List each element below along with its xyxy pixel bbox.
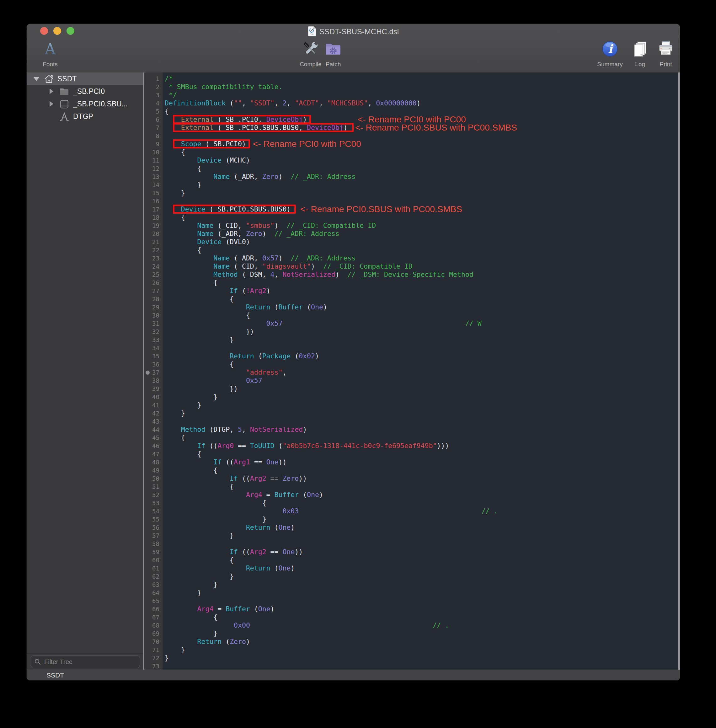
line-number: 63 [144,581,162,588]
code-line: { [165,246,678,254]
fonts-toolbar-button[interactable]: A Fonts [33,38,67,71]
line-number: 15 [144,189,162,197]
line-number: 21 [144,238,162,246]
code-line: Method (DTGP, 5, NotSerialized) [165,426,678,434]
line-number: 7 [144,124,162,132]
code-line: } [165,646,678,654]
line-number: 53 [144,499,162,507]
line-number: 35 [144,352,162,360]
line-number: 27 [144,287,162,295]
code-line: { [165,466,678,475]
print-toolbar-button[interactable]: Print [649,38,680,71]
code-area[interactable]: /* * SMBus compatibility table. */Defini… [162,73,678,670]
line-number: 13 [144,173,162,181]
code-line: { [165,360,678,369]
scrollbar-track[interactable] [678,73,680,670]
content-area: SSDT _SB.PCI0 [27,73,680,670]
sidebar-item-sb-pci0-sbus[interactable]: _SB.PCI0.SBU... [27,98,143,110]
code-line: { [165,164,678,173]
svg-text:A: A [44,41,56,57]
sidebar-item-ssdt[interactable]: SSDT [27,73,143,85]
line-number: 29 [144,303,162,311]
line-number: 19 [144,221,162,230]
code-line: If ((Arg1 == One)) [165,458,678,466]
line-number: 67 [144,613,162,621]
window-title-group: DSL SSDT-SBUS-MCHC.dsl [27,26,680,37]
line-number: 26 [144,279,162,287]
code-line: Scope (_SB.PCI0) [165,140,678,148]
disclosure-triangle-icon[interactable] [50,88,53,94]
code-line: { [165,311,678,320]
code-line: Return (Package (0x02) [165,352,678,360]
tree-item-label: _SB.PCI0 [73,85,105,98]
code-line [165,344,678,352]
line-number: 11 [144,156,162,164]
code-line: Device (DVL0) [165,238,678,246]
code-line: 0x57 // W [165,320,678,328]
filter-tree-field[interactable] [31,655,140,668]
sidebar-item-dtgp[interactable]: DTGP [27,110,143,123]
line-number: 24 [144,262,162,270]
code-line: } [165,572,678,581]
code-line: Device (_SB.PCI0.SBUS.BUS0) [165,205,678,213]
line-number-gutter: 1234567891011121314151617181920212223242… [144,73,162,670]
code-line: } [165,189,678,197]
code-line: 0x03 // . [165,507,678,515]
status-bar: SSDT [27,670,680,680]
line-number: 2 [144,83,162,91]
code-line: Name (_CID, "diagsvault") // _CID: Compa… [165,262,678,270]
line-number: 69 [144,629,162,638]
line-number: 31 [144,320,162,328]
patch-folder-gear-icon [325,38,342,60]
maciasl-window: DSL SSDT-SBUS-MCHC.dsl A Fonts [27,24,680,680]
line-number: 28 [144,295,162,303]
code-line: Name (_ADR, Zero) // _ADR: Address [165,230,678,238]
line-number: 73 [144,662,162,670]
patch-toolbar-button[interactable]: Patch [316,38,350,71]
window-title: SSDT-SBUS-MCHC.dsl [319,27,399,36]
document-proxy-icon[interactable]: DSL [308,26,316,38]
line-number: 22 [144,246,162,254]
code-line: Device (MCHC) [165,156,678,164]
line-number: 6 [144,115,162,124]
line-number: 23 [144,254,162,262]
tree-item-label: _SB.PCI0.SBU... [73,98,128,110]
code-line [165,597,678,605]
line-number: 61 [144,564,162,572]
code-line: { [165,213,678,221]
log-label: Log [635,61,645,68]
summary-toolbar-button[interactable]: i Summary [593,38,627,71]
line-number: 41 [144,401,162,409]
line-number: 59 [144,548,162,556]
line-number: 46 [144,442,162,450]
code-line: Return (Zero) [165,638,678,646]
sidebar-tree-panel: SSDT _SB.PCI0 [27,73,143,670]
line-number: 51 [144,482,162,491]
code-line: { [165,499,678,507]
line-number: 70 [144,638,162,646]
code-line: Return (Buffer (One) [165,303,678,311]
disclosure-triangle-icon[interactable] [50,101,53,107]
line-number: 42 [144,409,162,417]
sidebar-item-sb-pci0[interactable]: _SB.PCI0 [27,85,143,98]
code-line: Arg4 = Buffer (One) [165,605,678,613]
print-label: Print [660,61,672,68]
code-line: DefinitionBlock ("", "SSDT", 2, "ACDT", … [165,99,678,107]
folder-icon [59,86,69,98]
line-number: 4 [144,99,162,107]
line-number: 12 [144,164,162,173]
disclosure-triangle-icon[interactable] [33,77,39,81]
code-line: }) [165,385,678,393]
code-line: Return (One) [165,523,678,532]
line-number: 17 [144,205,162,213]
line-number: 10 [144,148,162,156]
code-line: } [165,515,678,523]
info-circle-icon: i [601,38,619,60]
line-number: 20 [144,230,162,238]
line-number: 55 [144,515,162,523]
code-line: { [165,556,678,564]
code-line: Arg4 = Buffer (One) [165,491,678,499]
code-line [165,132,678,140]
printer-icon [657,38,674,60]
filter-tree-input[interactable] [44,658,130,666]
